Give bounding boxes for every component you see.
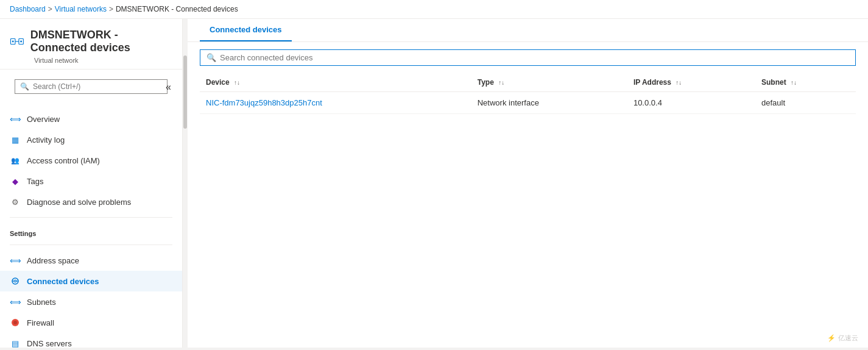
search-icon: 🔍 bbox=[20, 82, 29, 91]
sidebar-collapse-button[interactable]: « bbox=[162, 79, 175, 95]
cell-subnet: default bbox=[755, 92, 856, 114]
breadcrumb: Dashboard > Virtual networks > DMSNETWOR… bbox=[10, 5, 238, 13]
subnets-icon bbox=[10, 296, 21, 307]
firewall-icon bbox=[10, 317, 21, 328]
sidebar-item-activity-log[interactable]: Activity log bbox=[0, 129, 182, 150]
col-type[interactable]: Type ↑↓ bbox=[471, 73, 627, 92]
sidebar-item-dns-servers[interactable]: DNS servers bbox=[0, 333, 182, 348]
sidebar-item-address-space[interactable]: Address space bbox=[0, 250, 182, 271]
access-icon bbox=[10, 155, 21, 166]
watermark: ⚡ 亿速云 bbox=[827, 334, 858, 343]
sidebar-item-label: Subnets bbox=[27, 298, 56, 307]
cell-device: NIC-fdm73ujqz59h8h3dp25h7cnt bbox=[200, 92, 471, 114]
col-ip[interactable]: IP Address ↑↓ bbox=[627, 73, 755, 92]
cell-ip: 10.0.0.4 bbox=[627, 92, 755, 114]
col-device[interactable]: Device ↑↓ bbox=[200, 73, 471, 92]
sidebar-item-subnets[interactable]: Subnets bbox=[0, 291, 182, 312]
sidebar-item-access-control[interactable]: Access control (IAM) bbox=[0, 150, 182, 171]
page-title: DMSNETWORK - Connected devices bbox=[30, 29, 172, 54]
sort-icon-subnet: ↑↓ bbox=[791, 79, 797, 86]
sidebar-item-overview[interactable]: Overview bbox=[0, 109, 182, 129]
connected-icon bbox=[10, 276, 21, 287]
vnet-icon bbox=[10, 32, 24, 51]
table-row: NIC-fdm73ujqz59h8h3dp25h7cnt Network int… bbox=[200, 92, 856, 114]
sidebar-title-row: DMSNETWORK - Connected devices bbox=[10, 29, 172, 54]
breadcrumb-bar: Dashboard > Virtual networks > DMSNETWOR… bbox=[0, 0, 868, 19]
sidebar-scrollbar[interactable] bbox=[183, 19, 188, 348]
sidebar-item-diagnose[interactable]: Diagnose and solve problems bbox=[0, 191, 182, 212]
sidebar-item-connected-devices[interactable]: Connected devices bbox=[0, 271, 182, 291]
table-header-row: Device ↑↓ Type ↑↓ IP Address ↑↓ Subnet bbox=[200, 73, 856, 92]
breadcrumb-virtual-networks[interactable]: Virtual networks bbox=[55, 5, 107, 13]
svg-point-8 bbox=[13, 321, 17, 324]
sidebar-item-label: Firewall bbox=[27, 318, 54, 327]
sidebar-item-label: Activity log bbox=[27, 135, 65, 145]
cell-type: Network interface bbox=[471, 92, 627, 114]
dns-icon bbox=[10, 338, 21, 348]
breadcrumb-sep-1: > bbox=[48, 5, 52, 13]
sidebar-search-box[interactable]: 🔍 bbox=[15, 79, 168, 94]
sidebar-header: DMSNETWORK - Connected devices Virtual n… bbox=[0, 19, 182, 70]
sidebar-item-label: Address space bbox=[27, 256, 79, 265]
settings-section-label: Settings bbox=[0, 223, 182, 240]
sidebar-item-firewall[interactable]: Firewall bbox=[0, 312, 182, 333]
col-subnet[interactable]: Subnet ↑↓ bbox=[755, 73, 856, 92]
sidebar-item-label: Tags bbox=[27, 177, 43, 186]
sidebar-item-label: Access control (IAM) bbox=[27, 156, 100, 165]
diagnose-icon bbox=[10, 196, 21, 207]
sidebar-item-label: Connected devices bbox=[27, 277, 99, 286]
activity-icon bbox=[10, 134, 21, 145]
breadcrumb-sep-2: > bbox=[109, 5, 113, 13]
devices-table: Device ↑↓ Type ↑↓ IP Address ↑↓ Subnet bbox=[200, 73, 856, 114]
nav-divider bbox=[10, 217, 172, 218]
overview-icon bbox=[10, 113, 21, 124]
breadcrumb-dashboard[interactable]: Dashboard bbox=[10, 5, 46, 13]
content-search-box[interactable]: 🔍 bbox=[200, 49, 856, 66]
sort-icon-ip: ↑↓ bbox=[676, 79, 682, 86]
sidebar-item-label: Overview bbox=[27, 115, 60, 124]
sidebar-search-input[interactable] bbox=[33, 82, 162, 91]
sidebar-search-row: 🔍 « bbox=[7, 74, 175, 99]
content-area: Connected devices 🔍 Device ↑↓ Type bbox=[188, 19, 868, 348]
tab-bar: Connected devices bbox=[188, 19, 868, 42]
page-subtitle: Virtual network bbox=[34, 57, 172, 64]
address-icon bbox=[10, 255, 21, 266]
svg-point-3 bbox=[12, 41, 14, 43]
settings-divider bbox=[10, 245, 172, 245]
sort-icon-type: ↑↓ bbox=[498, 79, 504, 86]
content-search-input[interactable] bbox=[220, 53, 849, 62]
table-container: Device ↑↓ Type ↑↓ IP Address ↑↓ Subnet bbox=[188, 73, 868, 114]
tab-connected-devices[interactable]: Connected devices bbox=[200, 19, 292, 41]
sidebar-item-label: Diagnose and solve problems bbox=[27, 198, 131, 207]
sidebar: DMSNETWORK - Connected devices Virtual n… bbox=[0, 19, 183, 348]
scrollbar-thumb bbox=[183, 55, 187, 129]
tags-icon bbox=[10, 176, 21, 187]
sidebar-item-label: DNS servers bbox=[27, 339, 72, 348]
content-search-icon: 🔍 bbox=[206, 53, 216, 62]
breadcrumb-current: DMSNETWORK - Connected devices bbox=[116, 5, 238, 13]
watermark-icon: ⚡ bbox=[827, 334, 836, 342]
sidebar-item-tags[interactable]: Tags bbox=[0, 171, 182, 191]
watermark-text: 亿速云 bbox=[838, 334, 858, 343]
svg-point-4 bbox=[20, 41, 22, 43]
sort-icon-device: ↑↓ bbox=[234, 79, 240, 86]
nav-items: Overview Activity log Access control (IA… bbox=[0, 104, 182, 348]
